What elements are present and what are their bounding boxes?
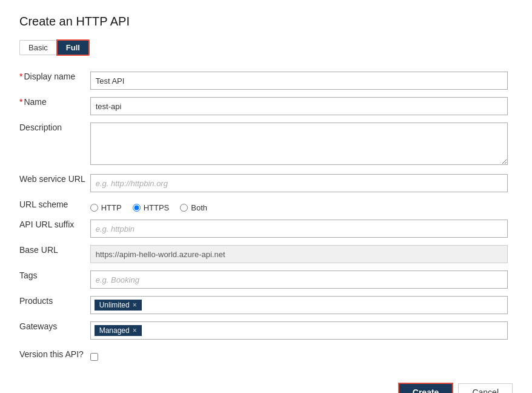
web-service-url-input[interactable]: [90, 174, 508, 192]
base-url-row: Base URL https://apim-hello-world.azure-…: [19, 241, 513, 267]
gateways-label: Gateways: [19, 321, 57, 331]
create-button[interactable]: Create: [398, 383, 454, 393]
radio-http-label[interactable]: HTTP: [90, 203, 122, 212]
radio-https-text: HTTPS: [144, 203, 170, 212]
base-url-label-cell: Base URL: [19, 241, 90, 267]
api-url-suffix-input[interactable]: [90, 220, 508, 238]
name-label: Name: [24, 97, 46, 107]
display-name-label-cell: *Display name: [19, 68, 90, 93]
web-service-url-label: Web service URL: [19, 174, 85, 184]
tags-row: Tags: [19, 267, 513, 292]
version-label: Version this API?: [19, 349, 84, 359]
gateways-chip-managed-remove[interactable]: ×: [133, 326, 137, 335]
name-input[interactable]: [90, 97, 508, 115]
api-url-suffix-label: API URL suffix: [19, 220, 74, 229]
api-url-suffix-input-cell: [90, 216, 513, 241]
full-toggle-button[interactable]: Full: [56, 39, 90, 56]
products-row: Products Unlimited ×: [19, 292, 513, 318]
radio-both-text: Both: [191, 203, 207, 212]
gateways-chip-managed[interactable]: Managed ×: [95, 325, 142, 336]
radio-http-text: HTTP: [101, 203, 122, 212]
tags-label-cell: Tags: [19, 267, 90, 292]
name-row: *Name: [19, 93, 513, 119]
products-chip-unlimited-remove[interactable]: ×: [133, 301, 137, 309]
products-label: Products: [19, 296, 53, 306]
radio-https[interactable]: [133, 204, 141, 212]
name-input-cell: [90, 93, 513, 119]
required-star: *: [19, 72, 22, 81]
url-scheme-row: URL scheme HTTP HTTPS Both: [19, 196, 513, 216]
description-label: Description: [19, 123, 62, 132]
tags-input-cell: [90, 267, 513, 292]
gateways-row: Gateways Managed ×: [19, 318, 513, 343]
api-url-suffix-row: API URL suffix: [19, 216, 513, 241]
basic-toggle-button[interactable]: Basic: [19, 40, 56, 55]
version-input-cell: [90, 343, 513, 364]
display-name-row: *Display name: [19, 68, 513, 93]
description-input-cell: [90, 119, 513, 170]
gateways-input-cell: Managed ×: [90, 318, 513, 343]
products-tag-container[interactable]: Unlimited ×: [90, 296, 508, 314]
url-scheme-label: URL scheme: [19, 200, 68, 209]
base-url-value-cell: https://apim-hello-world.azure-api.net: [90, 241, 513, 267]
tags-input[interactable]: [90, 270, 508, 289]
toggle-bar: Basic Full: [19, 39, 513, 56]
display-name-input-cell: [90, 68, 513, 93]
page-title: Create an HTTP API: [19, 15, 513, 29]
products-chip-unlimited-label: Unlimited: [99, 301, 130, 309]
form-table: *Display name *Name Description: [19, 68, 513, 364]
url-scheme-label-cell: URL scheme: [19, 196, 90, 216]
name-label-cell: *Name: [19, 93, 90, 119]
url-scheme-group: HTTP HTTPS Both: [90, 200, 508, 212]
base-url-display: https://apim-hello-world.azure-api.net: [90, 245, 508, 263]
products-input-cell: Unlimited ×: [90, 292, 513, 318]
base-url-label: Base URL: [19, 245, 58, 255]
web-service-url-input-cell: [90, 170, 513, 196]
products-chip-unlimited[interactable]: Unlimited ×: [95, 300, 142, 311]
version-checkbox-cell: [90, 349, 508, 361]
base-url-text: https://apim-hello-world.azure-api.net: [96, 250, 225, 259]
radio-both[interactable]: [180, 204, 188, 212]
products-label-cell: Products: [19, 292, 90, 318]
description-row: Description: [19, 119, 513, 170]
web-service-url-row: Web service URL: [19, 170, 513, 196]
gateways-label-cell: Gateways: [19, 318, 90, 343]
gateways-tag-container[interactable]: Managed ×: [90, 321, 508, 340]
description-textarea[interactable]: [90, 123, 508, 165]
radio-https-label[interactable]: HTTPS: [133, 203, 170, 212]
version-row: Version this API?: [19, 343, 513, 364]
tags-label: Tags: [19, 270, 38, 280]
radio-both-label[interactable]: Both: [180, 203, 207, 212]
display-name-input[interactable]: [90, 72, 508, 90]
gateways-chip-managed-label: Managed: [99, 326, 130, 335]
cancel-button[interactable]: Cancel: [458, 383, 513, 393]
version-checkbox[interactable]: [90, 353, 98, 361]
name-required-star: *: [19, 97, 22, 107]
version-label-cell: Version this API?: [19, 343, 90, 364]
display-name-label: Display name: [24, 72, 75, 81]
web-service-url-label-cell: Web service URL: [19, 170, 90, 196]
url-scheme-input-cell: HTTP HTTPS Both: [90, 196, 513, 216]
description-label-cell: Description: [19, 119, 90, 170]
footer-row: Create Cancel: [19, 383, 513, 393]
radio-http[interactable]: [90, 204, 98, 212]
api-url-suffix-label-cell: API URL suffix: [19, 216, 90, 241]
